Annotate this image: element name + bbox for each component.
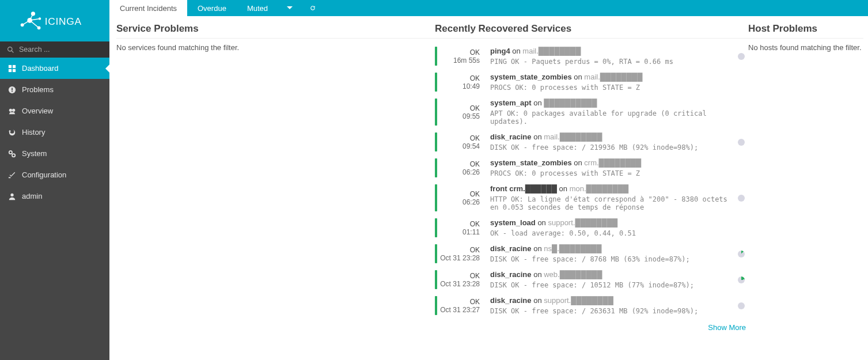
svg-line-7 [30, 20, 39, 28]
host-problems-empty: No hosts found matching the filter. [748, 43, 863, 52]
col-host-problems: Host Problems No hosts found matching th… [748, 23, 863, 360]
search-icon [7, 46, 14, 54]
state-label: OK [438, 272, 480, 280]
state-label: OK [438, 190, 480, 198]
nav-admin-label: admin [22, 192, 42, 200]
tab-current-incidents[interactable]: Current Incidents [109, 0, 187, 16]
nav-system[interactable]: System [0, 143, 109, 164]
nav-configuration[interactable]: Configuration [0, 164, 109, 185]
nav-history-label: History [22, 128, 45, 137]
tab-refresh[interactable] [301, 0, 324, 16]
svg-point-19 [9, 108, 12, 111]
time-col: OK06:26 [438, 158, 484, 177]
time-col: OK10:49 [438, 73, 484, 92]
perfdata-pie-icon [738, 251, 745, 257]
nav-overview-label: Overview [22, 107, 53, 115]
logo[interactable]: ICINGA [0, 0, 109, 41]
svg-point-22 [12, 154, 15, 157]
tab-dropdown[interactable] [278, 0, 301, 16]
nav-history[interactable]: History [0, 122, 109, 143]
recovered-row[interactable]: OKOct 31 23:28disk_racine on web.███████… [435, 267, 748, 293]
time-label: 10:49 [438, 82, 480, 90]
state-label: OK [438, 298, 480, 306]
recovered-row[interactable]: OK06:26system_state_zombies on crm.█████… [435, 155, 748, 181]
state-label: OK [438, 74, 480, 82]
nav-problems[interactable]: Problems [0, 79, 109, 100]
perfdata-col [734, 184, 748, 211]
user-icon [8, 192, 16, 200]
perfdata-col [734, 98, 748, 126]
perfdata-pie-icon [738, 195, 745, 202]
nav: Dashboard Problems Overview History Syst… [0, 58, 109, 207]
detail-col: ping4 on mail.████████PING OK - Paquets … [486, 47, 733, 66]
svg-rect-17 [12, 88, 13, 90]
svg-rect-23 [9, 177, 11, 178]
state-bar [435, 296, 437, 315]
nav-dashboard-label: Dashboard [22, 64, 59, 73]
recovered-row[interactable]: OK09:54disk_racine on mail.████████DISK … [435, 129, 748, 155]
col-recently-recovered: Recently Recovered Services OK16m 55spin… [435, 23, 748, 360]
state-label: OK [438, 134, 480, 142]
tab-overdue[interactable]: Overdue [187, 0, 237, 16]
state-bar [435, 73, 437, 92]
show-more-link[interactable]: Show More [435, 319, 748, 334]
host-name: mon.████████ [570, 184, 629, 193]
main: Current Incidents Overdue Muted Service … [109, 0, 868, 360]
host-name: mail.████████ [544, 132, 602, 141]
time-label: 09:55 [438, 112, 480, 120]
time-label: 06:26 [438, 198, 480, 206]
svg-rect-15 [13, 69, 16, 71]
tabbar: Current Incidents Overdue Muted [109, 0, 868, 16]
svg-point-21 [9, 150, 12, 153]
nav-dashboard[interactable]: Dashboard [0, 58, 109, 79]
app: ICINGA Search ... Dashboard Problems Ove… [0, 0, 868, 360]
service-title: disk_racine on ns█.████████ [490, 244, 733, 253]
service-name: disk_racine [490, 132, 532, 141]
nav-admin[interactable]: admin [0, 185, 109, 207]
service-title: front crm.██████ on mon.████████ [490, 184, 733, 193]
state-label: OK [438, 104, 480, 112]
time-col: OK01:11 [438, 218, 484, 237]
state-bar [435, 158, 437, 177]
service-name: front crm.██████ [490, 184, 557, 193]
detail-col: system_load on support.████████OK - load… [486, 218, 733, 237]
svg-rect-13 [13, 65, 16, 67]
refresh-icon [309, 5, 316, 12]
state-label: OK [438, 220, 480, 228]
perfdata-col [734, 296, 748, 315]
tab-muted[interactable]: Muted [237, 0, 278, 16]
state-label: OK [438, 48, 480, 56]
time-label: 06:26 [438, 168, 480, 176]
recovered-row[interactable]: OK16m 55sping4 on mail.████████PING OK -… [435, 43, 748, 69]
state-label: OK [438, 160, 480, 168]
state-bar [435, 184, 437, 211]
svg-text:ICINGA: ICINGA [45, 15, 82, 26]
recovered-row[interactable]: OKOct 31 23:28disk_racine on ns█.███████… [435, 241, 748, 267]
recovered-row[interactable]: OK06:26front crm.██████ on mon.████████H… [435, 181, 748, 215]
service-name: system_state_zombies [490, 158, 572, 167]
recovered-row[interactable]: OK10:49system_state_zombies on mail.████… [435, 69, 748, 95]
state-label: OK [438, 246, 480, 254]
recovered-row[interactable]: OK01:11system_load on support.████████OK… [435, 215, 748, 241]
search-input[interactable]: Search ... [0, 41, 109, 58]
time-label: Oct 31 23:27 [438, 306, 480, 314]
state-bar [435, 98, 437, 126]
detail-col: system_apt on ██████████APT OK: 0 packag… [486, 98, 733, 126]
time-col: OKOct 31 23:27 [438, 296, 484, 315]
detail-col: front crm.██████ on mon.████████HTTP OK:… [486, 184, 733, 211]
service-problems-title: Service Problems [116, 23, 435, 39]
overview-icon [8, 107, 16, 115]
service-name: system_state_zombies [490, 73, 572, 81]
time-col: OKOct 31 23:28 [438, 244, 484, 263]
plugin-output: DISK OK - free space: / 219936 MB (92% i… [490, 143, 733, 151]
perfdata-col [734, 218, 748, 237]
plugin-output: DISK OK - free space: / 8768 MB (63% ino… [490, 255, 733, 263]
configuration-icon [8, 171, 16, 179]
nav-overview[interactable]: Overview [0, 100, 109, 122]
perfdata-pie-icon [738, 302, 745, 309]
perfdata-col [734, 270, 748, 289]
service-problems-empty: No services found matching the filter. [116, 43, 435, 52]
svg-rect-18 [12, 90, 13, 92]
recovered-row[interactable]: OKOct 31 23:27disk_racine on support.███… [435, 293, 748, 319]
recovered-row[interactable]: OK09:55system_apt on ██████████APT OK: 0… [435, 95, 748, 129]
